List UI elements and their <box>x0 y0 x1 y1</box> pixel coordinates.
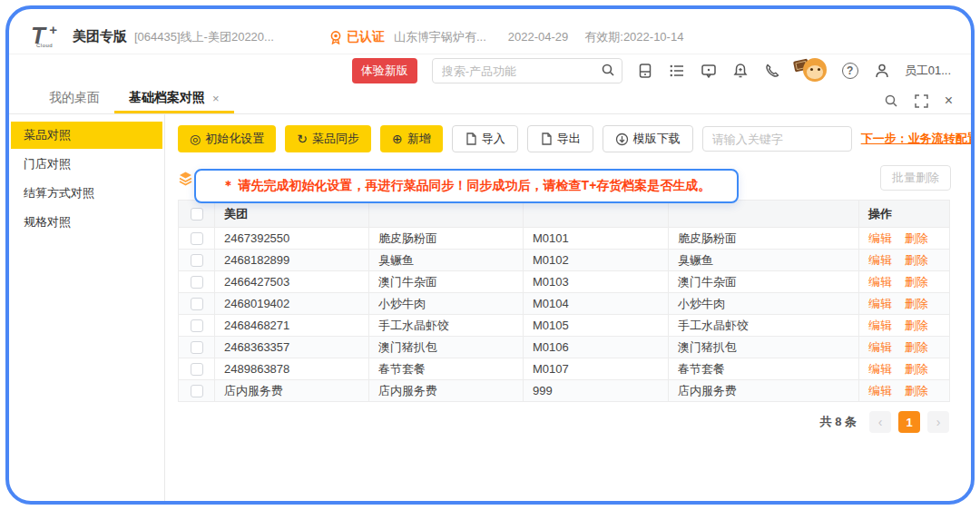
plus-circle-icon: ⊕ <box>392 132 403 145</box>
search-icon[interactable] <box>601 63 615 77</box>
table-row: 店内服务费 店内服务费 999 店内服务费 编辑 删除 <box>179 380 950 402</box>
close-all-tabs-icon[interactable]: × <box>945 93 953 108</box>
row-checkbox[interactable] <box>191 298 203 310</box>
header-col4 <box>669 201 859 228</box>
edit-link[interactable]: 编辑 <box>868 384 892 397</box>
cell-code: M0103 <box>524 271 669 293</box>
cell-mapped-name: 脆皮肠粉面 <box>669 228 859 250</box>
expiry-date: 有效期:2022-10-14 <box>584 29 683 45</box>
row-checkbox[interactable] <box>191 232 203 245</box>
edit-link[interactable]: 编辑 <box>868 275 892 289</box>
tab-bar: 我的桌面 基础档案对照 × × <box>9 87 971 114</box>
cell-meituan-id: 2468363357 <box>215 337 369 358</box>
phone-icon[interactable] <box>764 63 780 79</box>
cell-mapped-name: 澳门牛杂面 <box>669 271 859 293</box>
fullscreen-icon[interactable] <box>915 94 928 108</box>
template-download-button[interactable]: 模版下载 <box>603 125 693 152</box>
init-icon: ◎ <box>190 132 201 145</box>
delete-link[interactable]: 删除 <box>905 297 928 310</box>
edit-link[interactable]: 编辑 <box>868 340 892 354</box>
cell-mapped-name: 小炒牛肉 <box>669 293 859 315</box>
user-icon[interactable] <box>874 63 890 79</box>
edit-link[interactable]: 编辑 <box>868 319 892 332</box>
delete-link[interactable]: 删除 <box>905 362 928 376</box>
logo-cloud: Cloud <box>36 43 53 48</box>
next-step-link[interactable]: 下一步：业务流转配置>> <box>861 131 975 147</box>
page-number-1[interactable]: 1 <box>898 411 920 433</box>
cell-meituan-id: 2468182899 <box>215 250 369 271</box>
import-button[interactable]: 导入 <box>452 125 518 152</box>
cell-mapped-name: 澳门猪扒包 <box>669 337 859 358</box>
delete-link[interactable]: 删除 <box>905 275 928 289</box>
tab-my-desktop[interactable]: 我的桌面 <box>34 90 114 113</box>
delete-link[interactable]: 删除 <box>905 319 928 332</box>
table-row: 2468182899 臭鳜鱼 M0102 臭鳜鱼 编辑 删除 <box>179 250 950 271</box>
table-row: 2489863878 春节套餐 M0107 春节套餐 编辑 删除 <box>179 358 950 380</box>
search-input[interactable] <box>432 58 622 83</box>
help-icon[interactable]: ? <box>842 63 858 79</box>
batch-delete-button[interactable]: 批量删除 <box>880 165 951 191</box>
delete-link[interactable]: 删除 <box>905 253 928 267</box>
row-checkbox[interactable] <box>191 319 203 332</box>
tab-tools: × <box>884 93 953 113</box>
prev-page-button[interactable]: ‹ <box>869 411 891 433</box>
delete-link[interactable]: 删除 <box>905 231 928 245</box>
sidebar-item-dish-mapping[interactable]: 菜品对照 <box>11 122 162 149</box>
select-all-checkbox[interactable] <box>191 208 203 221</box>
device-icon[interactable] <box>637 63 653 79</box>
header-col2 <box>369 201 524 228</box>
add-button[interactable]: ⊕ 新增 <box>380 125 443 152</box>
next-page-button[interactable]: › <box>927 411 949 433</box>
cell-meituan-id: 2468468271 <box>215 315 369 337</box>
tab-search-icon[interactable] <box>884 93 898 108</box>
sidebar-item-store-mapping[interactable]: 门店对照 <box>11 151 162 178</box>
cert-date: 2022-04-29 <box>508 30 569 44</box>
cell-meituan-id: 店内服务费 <box>215 380 369 402</box>
delete-link[interactable]: 删除 <box>905 384 928 397</box>
keyword-input[interactable] <box>702 126 852 152</box>
keyword-search <box>702 126 852 152</box>
edit-link[interactable]: 编辑 <box>868 231 892 245</box>
row-checkbox[interactable] <box>191 276 203 289</box>
medal-icon <box>328 30 343 44</box>
import-doc-icon <box>465 132 477 145</box>
dish-mapping-table: 美团 操作 2467392550 脆皮肠粉面 M0101 脆皮肠粉面 编辑 <box>178 200 950 402</box>
edit-link[interactable]: 编辑 <box>868 362 892 376</box>
delete-link[interactable]: 删除 <box>905 340 928 354</box>
tab-close-icon[interactable]: × <box>212 92 220 105</box>
pagination: 共 8 条 ‹ 1 › <box>178 411 949 433</box>
table-row: 2468019402 小炒牛肉 M0104 小炒牛肉 编辑 删除 <box>179 293 950 315</box>
sidebar: 菜品对照 门店对照 结算方式对照 规格对照 <box>9 114 165 501</box>
row-checkbox[interactable] <box>191 341 203 354</box>
service-mascot-icon[interactable] <box>796 58 827 83</box>
feedback-icon[interactable] <box>701 63 717 79</box>
try-new-version-button[interactable]: 体验新版 <box>352 58 417 83</box>
main-panel: ◎ 初始化设置 ↻ 菜品同步 ⊕ 新增 导入 <box>165 114 971 501</box>
tab-label: 基础档案对照 <box>129 90 205 106</box>
table-header-row: 美团 操作 <box>179 201 950 228</box>
total-count: 共 8 条 <box>820 414 857 430</box>
row-checkbox[interactable] <box>191 363 203 376</box>
dish-sync-button[interactable]: ↻ 菜品同步 <box>285 125 371 152</box>
sidebar-item-spec-mapping[interactable]: 规格对照 <box>11 209 162 236</box>
sidebar-item-settlement-mapping[interactable]: 结算方式对照 <box>11 180 162 207</box>
init-settings-button[interactable]: ◎ 初始化设置 <box>178 125 276 152</box>
edit-link[interactable]: 编辑 <box>868 297 892 310</box>
todo-list-icon[interactable] <box>669 63 685 79</box>
table-row: 2468468271 手工水晶虾饺 M0105 手工水晶虾饺 编辑 删除 <box>179 315 950 337</box>
tplus-cloud-logo: T + Cloud <box>31 24 67 51</box>
export-button[interactable]: 导出 <box>527 125 593 152</box>
cell-meituan-id: 2467392550 <box>215 228 369 250</box>
row-checkbox[interactable] <box>191 385 203 397</box>
row-checkbox[interactable] <box>191 254 203 267</box>
tab-basic-archive-mapping[interactable]: 基础档案对照 × <box>114 90 234 113</box>
cell-mapped-name: 臭鳜鱼 <box>669 250 859 271</box>
navbar: 体验新版 <box>9 54 971 87</box>
cell-code: M0104 <box>524 293 669 315</box>
cell-dish-name: 脆皮肠粉面 <box>369 228 524 250</box>
edit-link[interactable]: 编辑 <box>868 253 892 267</box>
notification-bell-icon[interactable] <box>732 63 749 79</box>
header-col3 <box>524 201 669 228</box>
current-user[interactable]: 员工01... <box>905 63 951 79</box>
toolbar: ◎ 初始化设置 ↻ 菜品同步 ⊕ 新增 导入 <box>178 125 951 152</box>
